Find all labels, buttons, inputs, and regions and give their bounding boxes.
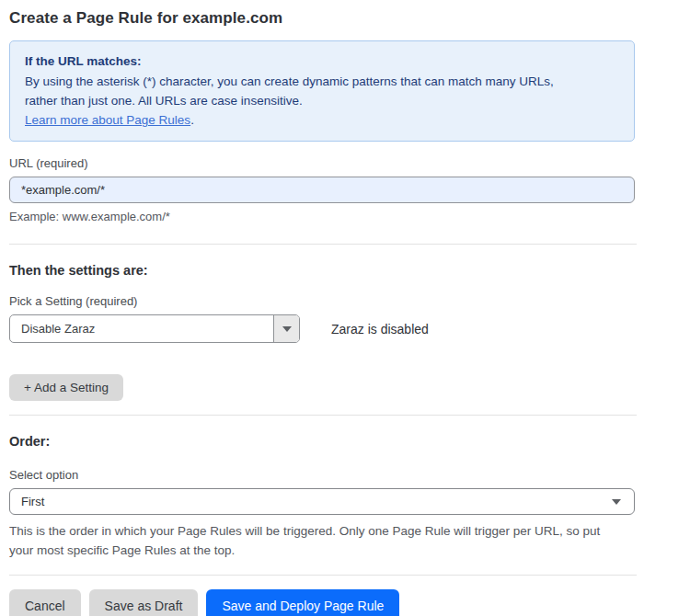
form-actions: Cancel Save as Draft Save and Deploy Pag… <box>9 589 644 616</box>
divider <box>9 244 637 245</box>
setting-select[interactable]: Disable Zaraz <box>9 314 300 343</box>
order-section-heading: Order: <box>9 434 644 449</box>
add-setting-button[interactable]: + Add a Setting <box>9 374 123 401</box>
link-suffix: . <box>190 113 194 127</box>
setting-select-value: Disable Zaraz <box>10 315 273 342</box>
setting-picker-label: Pick a Setting (required) <box>9 294 644 308</box>
order-select[interactable]: First <box>9 488 635 515</box>
divider <box>9 415 637 416</box>
settings-section-heading: Then the settings are: <box>9 263 644 278</box>
save-as-draft-button[interactable]: Save as Draft <box>89 589 199 616</box>
caret-down-icon <box>612 499 621 505</box>
setting-row: Disable Zaraz Zaraz is disabled <box>9 314 644 343</box>
order-select-label: Select option <box>9 468 644 482</box>
save-and-deploy-button[interactable]: Save and Deploy Page Rule <box>206 589 399 616</box>
caret-down-icon <box>282 326 292 332</box>
setting-status-text: Zaraz is disabled <box>331 322 429 337</box>
info-box-body: By using the asterisk (*) character, you… <box>25 72 586 110</box>
order-select-value: First <box>21 495 44 508</box>
url-input[interactable] <box>9 177 635 203</box>
info-box-heading: If the URL matches: <box>25 51 619 71</box>
order-helper-text: This is the order in which your Page Rul… <box>9 521 627 560</box>
page-title: Create a Page Rule for example.com <box>9 9 644 28</box>
url-field-label: URL (required) <box>9 156 644 170</box>
url-match-info-box: If the URL matches: By using the asteris… <box>9 40 635 142</box>
divider <box>9 575 637 576</box>
url-example-helper: Example: www.example.com/* <box>9 210 644 223</box>
cancel-button[interactable]: Cancel <box>9 589 81 616</box>
setting-select-arrow-button[interactable] <box>273 315 299 342</box>
learn-more-link[interactable]: Learn more about Page Rules <box>25 113 190 127</box>
info-box-link-line: Learn more about Page Rules. <box>25 110 619 130</box>
page-rule-form: Create a Page Rule for example.com If th… <box>0 0 644 616</box>
